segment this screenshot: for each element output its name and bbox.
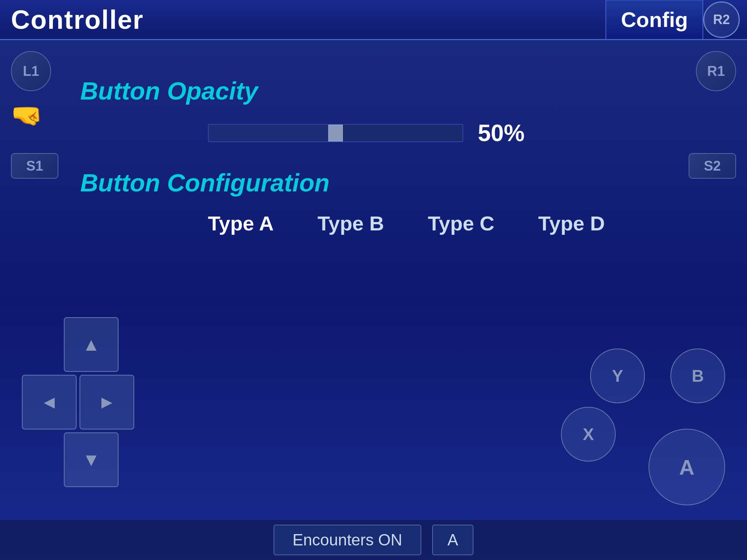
page-title: Controller bbox=[0, 5, 605, 35]
dpad-up-button[interactable]: ▲ bbox=[64, 317, 119, 372]
a-confirm-button[interactable]: A bbox=[432, 525, 473, 555]
header: Controller Config R2 bbox=[0, 0, 747, 40]
opacity-title: Button Opacity bbox=[80, 77, 725, 105]
bottom-bar: Encounters ON A bbox=[0, 520, 747, 560]
dpad-up-row: ▲ bbox=[64, 317, 134, 372]
pointer-icon: 🤜 bbox=[11, 100, 43, 130]
slider-fill bbox=[209, 125, 336, 141]
face-buttons: Y B X A bbox=[561, 341, 725, 505]
type-c-option[interactable]: Type C bbox=[428, 211, 495, 235]
config-title: Button Configuration bbox=[80, 168, 725, 197]
opacity-value: 50% bbox=[478, 120, 525, 147]
s2-button[interactable]: S2 bbox=[689, 153, 736, 179]
type-row: Type A Type B Type C Type D bbox=[208, 211, 725, 235]
slider-thumb[interactable] bbox=[328, 125, 343, 141]
config-section: Config R2 bbox=[605, 0, 747, 40]
l1-button[interactable]: L1 bbox=[11, 51, 51, 91]
dpad-down-button[interactable]: ▼ bbox=[64, 432, 119, 487]
dpad-right-button[interactable]: ► bbox=[80, 375, 134, 429]
dpad: ▲ ◄ ► ▼ bbox=[22, 317, 134, 487]
s1-button[interactable]: S1 bbox=[11, 153, 58, 179]
b-button[interactable]: B bbox=[670, 349, 725, 403]
x-button[interactable]: X bbox=[561, 407, 616, 462]
slider-row: 50% bbox=[208, 120, 725, 147]
encounters-button[interactable]: Encounters ON bbox=[274, 525, 421, 555]
opacity-slider[interactable] bbox=[208, 124, 463, 142]
config-section-main: Button Configuration Type A Type B Type … bbox=[80, 168, 725, 235]
dpad-left-button[interactable]: ◄ bbox=[22, 375, 77, 429]
dpad-down-row: ▼ bbox=[64, 432, 134, 487]
y-button[interactable]: Y bbox=[590, 349, 645, 403]
main-area: L1 R1 S1 S2 🤜 Button Opacity 50% Button … bbox=[0, 40, 747, 560]
type-d-option[interactable]: Type D bbox=[538, 211, 605, 235]
dpad-middle-row: ◄ ► bbox=[22, 375, 134, 429]
opacity-section: Button Opacity 50% bbox=[80, 77, 725, 147]
r1-button[interactable]: R1 bbox=[696, 51, 736, 91]
config-label[interactable]: Config bbox=[605, 0, 703, 40]
a-button[interactable]: A bbox=[649, 429, 725, 505]
type-b-option[interactable]: Type B bbox=[317, 211, 384, 235]
type-a-option[interactable]: Type A bbox=[208, 211, 274, 235]
r2-button[interactable]: R2 bbox=[703, 1, 740, 38]
